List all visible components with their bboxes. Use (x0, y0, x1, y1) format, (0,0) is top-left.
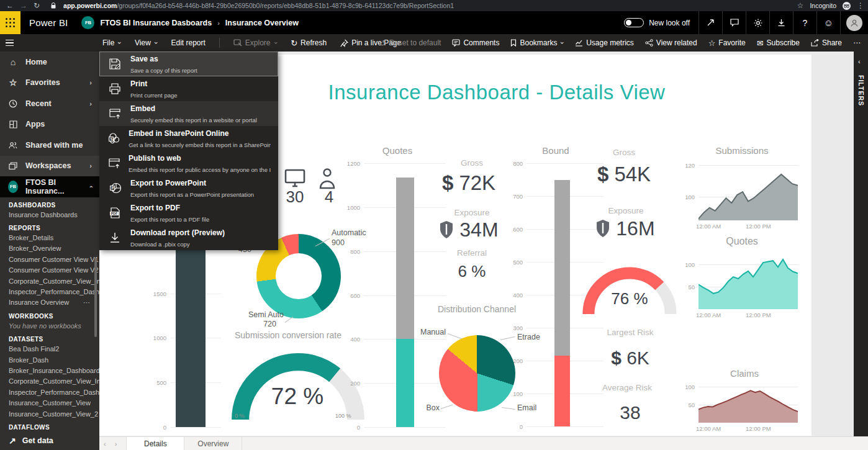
pie-label-email: Email (517, 403, 536, 412)
sidebar-report-item[interactable]: Corporate_Customer_View_In... (0, 276, 99, 287)
sidebar-report-item[interactable]: Consumer Customer View V1 (0, 254, 99, 265)
file-menu-print[interactable]: PrintPrint current page (99, 76, 278, 101)
sidebar-report-item[interactable]: Consumer Customer View V2 (0, 265, 99, 276)
donut-label-automatic: Automatic (332, 228, 366, 237)
file-menu-save-as[interactable]: Save asSave a copy of this report (99, 52, 278, 76)
share-icon (811, 39, 819, 47)
sidebar-item-home[interactable]: ⌂ Home (0, 52, 99, 73)
chart-left-column[interactable]: 150010005000 (170, 247, 221, 427)
sidebar-report-item[interactable]: Broker_Details (0, 233, 99, 243)
sidebar-dataset-item[interactable]: Insurance_Customer_View_2 (0, 409, 99, 420)
address-bar[interactable]: app.powerbi.com/groups/f0f4a26d-b548-446… (63, 2, 454, 9)
bar-segment[interactable] (554, 180, 570, 356)
menu-more-icon[interactable]: ⋯ (853, 38, 861, 47)
sidebar-dataset-item[interactable]: Inspector_Performance_Dash... (0, 387, 99, 398)
gauge-min-label: 0 % (235, 413, 245, 419)
sidebar-item-shared[interactable]: Shared with me (0, 135, 99, 156)
pie-label-box: Box (415, 403, 440, 412)
menu-subscribe[interactable]: ✉Subscribe (757, 38, 800, 47)
menu-share[interactable]: Share (811, 38, 842, 47)
menu-usage-metrics[interactable]: Usage metrics (575, 38, 634, 47)
sidebar-dashboard-item[interactable]: Insurance Dashboards (0, 210, 99, 220)
menu-view-related[interactable]: View related (645, 38, 697, 47)
feedback-chat-icon[interactable] (722, 11, 746, 34)
menu-edit-report[interactable]: Edit report (171, 38, 205, 47)
filters-label[interactable]: FILTERS (857, 75, 865, 106)
sidebar-item-workspace-ftos[interactable]: FB FTOS BI Insuranc... › (0, 176, 99, 197)
new-look-toggle[interactable]: New look off (624, 18, 690, 27)
print-icon (107, 83, 123, 94)
filters-collapse-icon[interactable]: ‹ (858, 58, 861, 65)
chart-title-claims: Claims (698, 368, 791, 379)
browser-menu-icon[interactable]: ⋮ (857, 1, 864, 10)
file-menu-export-powerpoint[interactable]: P Export to PowerPointExport this report… (99, 176, 278, 200)
bar-segment[interactable] (176, 249, 206, 427)
distribution-pie-chart[interactable] (439, 335, 515, 412)
item-more-icon[interactable]: ⋯ (83, 297, 91, 308)
menu-bookmarks[interactable]: Bookmarks› (510, 38, 564, 47)
account-cell[interactable] (840, 11, 868, 34)
sidebar-report-item-insurance-overview[interactable]: Insurance Overview ⋯ (0, 297, 99, 308)
file-menu-embed[interactable]: EmbedSecurely embed this report in a web… (99, 101, 278, 126)
bar-segment[interactable] (396, 178, 414, 339)
sidebar-report-item[interactable]: Broker_Overview (0, 243, 99, 254)
incognito-label: Incognito (810, 2, 836, 9)
claims-area-chart[interactable]: 12:00 AM 12:00 PM 10050 (698, 380, 798, 423)
browser-reload-icon[interactable]: ↻ (34, 1, 40, 10)
nav-collapse-icon[interactable] (0, 40, 19, 47)
menu-comments[interactable]: Comments (452, 38, 499, 47)
toggle-switch-icon[interactable] (624, 18, 644, 27)
tab-overview[interactable]: Overview (184, 437, 242, 450)
sidebar-dataset-item[interactable]: Broker_Dash (0, 355, 99, 366)
breadcrumb-workspace[interactable]: FTOS BI Insurance Dasboards (100, 19, 212, 27)
kpi-label: Exposure (435, 208, 509, 217)
sidebar-dataset-item[interactable]: Broker_Insurance_Dashboard (0, 366, 99, 376)
file-menu-embed-sharepoint[interactable]: S Embed in SharePoint OnlineGet a link t… (99, 126, 278, 151)
people-icon (8, 141, 18, 149)
page-next-icon[interactable]: › (111, 437, 122, 450)
sidebar-scrollbar[interactable] (94, 258, 97, 337)
sidebar-dataset-item[interactable]: Corporate_Customer_View_In... (0, 376, 99, 387)
menu-favorite[interactable]: ☆Favorite (708, 38, 746, 47)
pbi-brand[interactable]: Power BI (29, 17, 68, 28)
get-data-button[interactable]: ↗ Get data (0, 433, 108, 448)
breadcrumb-page[interactable]: Insurance Overview (225, 19, 299, 27)
waffle-menu-icon[interactable] (0, 11, 20, 34)
pie-label-manual: Manual (415, 328, 446, 336)
file-menu-export-pdf[interactable]: PDF Export to PDFExport this report to a… (99, 200, 278, 225)
sidebar-dataset-item[interactable]: Bea Dash Final2 (0, 344, 99, 354)
related-icon (645, 39, 653, 47)
menu-refresh[interactable]: ↻Refresh (291, 38, 327, 47)
bar-segment[interactable] (554, 356, 570, 426)
quotes-area-chart[interactable]: 12:00 AM 12:00 PM 10050 (698, 248, 798, 309)
feedback-smiley-icon[interactable]: ☺ (816, 11, 840, 34)
help-icon[interactable]: ? (793, 11, 816, 34)
tab-details[interactable]: Details (126, 437, 184, 450)
page-prev-icon[interactable]: ‹ (99, 437, 111, 450)
sidebar-report-item[interactable]: Inspector_Performance_Dash... (0, 287, 99, 297)
file-menu-publish-web[interactable]: Publish to webEmbed this report for publ… (99, 151, 278, 176)
kpi-quotes-gross: $ 72K (428, 171, 509, 195)
sidebar-item-recent[interactable]: Recent› (0, 93, 99, 114)
browser-forward-icon[interactable]: → (20, 1, 27, 10)
sidebar-item-favorites[interactable]: ☆ Favorites› (0, 73, 99, 94)
browser-back-icon[interactable]: ← (6, 1, 14, 10)
download-icon[interactable] (769, 11, 793, 34)
submissions-area-chart[interactable]: 12:00 AM 12:00 PM 120100 (698, 163, 798, 220)
quotes-column-chart[interactable]: 120010008006004002000 (364, 163, 446, 427)
settings-gear-icon[interactable] (746, 11, 769, 34)
bar-segment[interactable] (396, 339, 414, 427)
gauge-value: 76 % (605, 289, 654, 308)
chevron-down-icon: › (272, 42, 279, 44)
breadcrumb-separator-icon: › (217, 19, 220, 27)
menu-file[interactable]: File› (102, 38, 121, 47)
fullscreen-icon[interactable] (698, 11, 722, 34)
sidebar-dataset-item[interactable]: Insurance_Customer_View (0, 398, 99, 408)
sidebar-item-apps[interactable]: Apps (0, 114, 99, 135)
sidebar-item-workspaces[interactable]: Workspaces› (0, 156, 99, 177)
file-menu-download-report[interactable]: Download report (Preview)Download a .pbi… (99, 225, 278, 250)
menu-view[interactable]: View› (135, 38, 157, 47)
x-axis-label: 12:00 PM (746, 223, 771, 230)
user-avatar[interactable] (846, 15, 862, 31)
bookmark-star-icon[interactable]: ☆ (797, 1, 804, 10)
